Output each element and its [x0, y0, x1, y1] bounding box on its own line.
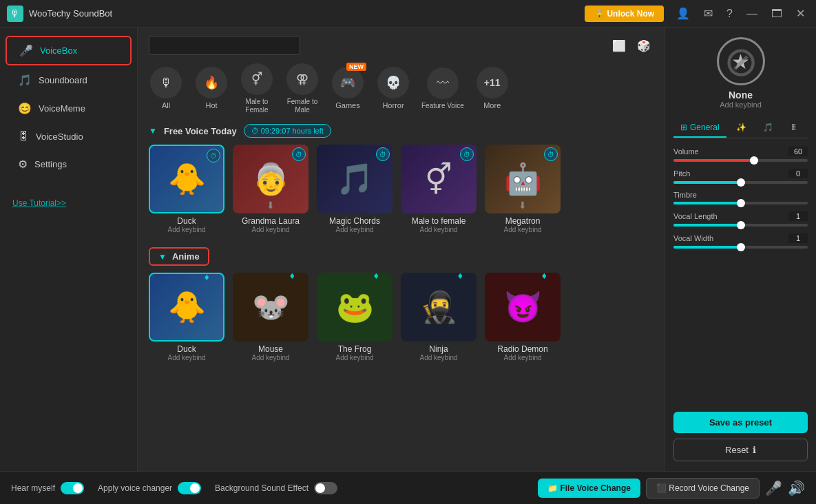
- duck-card-img: 🐥 ⏱: [149, 145, 224, 213]
- unlock-button[interactable]: 🔒 Unlock Now: [585, 6, 664, 22]
- gender-name: Male to female: [401, 216, 477, 226]
- voice-card-gender[interactable]: ⚥ ⏱ Male to female Add keybind: [401, 145, 477, 233]
- voice-card-mouse[interactable]: 🐭 ♦ Mouse Add keybind: [233, 273, 308, 361]
- minimize-button[interactable]: —: [742, 6, 762, 21]
- search-input[interactable]: [149, 36, 300, 55]
- app-logo: 🎙: [7, 6, 23, 22]
- duck-anime-keybind[interactable]: Add keybind: [149, 354, 224, 361]
- mic-icon[interactable]: 🎤: [765, 480, 782, 496]
- vocal-length-thumb: [737, 221, 745, 229]
- volume-label: Volume: [673, 147, 699, 156]
- diamond-badge-2: ♦: [290, 273, 295, 281]
- close-button[interactable]: ✕: [792, 6, 809, 21]
- tab-eq[interactable]: 🎚: [783, 118, 805, 138]
- radio-demon-keybind[interactable]: Add keybind: [485, 354, 561, 361]
- preset-keybind[interactable]: Add keybind: [720, 101, 762, 109]
- save-preset-button[interactable]: Save as preset: [673, 412, 808, 433]
- search-wrapper: 🔍: [149, 36, 300, 55]
- sidebar-item-voicebox[interactable]: 🎤 VoiceBox: [6, 36, 132, 65]
- hear-myself-toggle[interactable]: [61, 482, 84, 494]
- radio-demon-name: Radio Demon: [485, 344, 561, 354]
- cat-female-male-label: Female toMale: [287, 98, 317, 114]
- mouse-img: 🐭 ♦: [233, 273, 308, 342]
- main-layout: 🎤 VoiceBox 🎵 Soundboard 😊 VoiceMeme 🎛 Vo…: [0, 28, 816, 471]
- help-icon[interactable]: ?: [722, 6, 737, 21]
- timbre-fill: [673, 202, 741, 204]
- cat-feature[interactable]: 〰 Feature Voice: [421, 67, 464, 110]
- duck-free-keybind[interactable]: Add keybind: [149, 226, 224, 233]
- free-chevron[interactable]: ▼: [149, 126, 157, 136]
- cat-hot-label: Hot: [205, 101, 217, 110]
- mouse-keybind[interactable]: Add keybind: [233, 354, 308, 361]
- sidebar-label-voicememe: VoiceMeme: [39, 103, 85, 114]
- magic-keybind[interactable]: Add keybind: [317, 226, 393, 233]
- grandma-keybind[interactable]: Add keybind: [233, 226, 308, 233]
- download-icon: ⬇: [266, 200, 275, 211]
- cat-male-female[interactable]: ⚥ Male toFemale: [240, 63, 274, 114]
- dice-icon[interactable]: 🎲: [634, 38, 653, 54]
- frog-keybind[interactable]: Add keybind: [317, 354, 393, 361]
- maximize-button[interactable]: 🗖: [767, 6, 786, 21]
- tutorial-link[interactable]: Use Tutorial>>: [0, 191, 137, 215]
- sidebar-item-voicememe[interactable]: 😊 VoiceMeme: [6, 95, 132, 122]
- ninja-keybind[interactable]: Add keybind: [401, 354, 477, 361]
- cat-more[interactable]: +11 More: [475, 67, 510, 110]
- megatron-keybind[interactable]: Add keybind: [485, 226, 561, 233]
- pitch-label: Pitch: [673, 169, 690, 178]
- tab-filter[interactable]: ✨: [729, 118, 753, 138]
- cat-hot-icon: 🔥: [196, 67, 227, 98]
- bg-sound-group: Background Sound Effect: [215, 482, 337, 494]
- voice-card-megatron[interactable]: 🤖 ⏱ ⬇ Megatron Add keybind: [485, 145, 561, 233]
- file-voice-change-button[interactable]: 📁 File Voice Change: [538, 479, 640, 498]
- voice-card-magic[interactable]: 🎵 ⏱ Magic Chords Add keybind: [317, 145, 393, 233]
- record-voice-change-button[interactable]: ⬛ Record Voice Change: [646, 478, 760, 498]
- clock-badge-5: ⏱: [544, 147, 558, 161]
- mail-icon[interactable]: ✉: [700, 6, 717, 21]
- pitch-slider-row: Pitch 0: [673, 169, 808, 184]
- cat-games[interactable]: NEW 🎮 Games: [331, 67, 365, 110]
- voice-card-frog[interactable]: 🐸 ♦ The Frog Add keybind: [317, 273, 393, 361]
- grandma-card-img: 👵 ⏱ ⬇: [233, 145, 308, 213]
- anime-section-header: ▼ Anime: [149, 247, 653, 266]
- tab-music[interactable]: 🎵: [756, 118, 780, 138]
- timbre-thumb: [737, 199, 745, 207]
- apply-voice-toggle[interactable]: [178, 482, 201, 494]
- sidebar-item-voicestudio[interactable]: 🎛 VoiceStudio: [6, 123, 132, 149]
- voice-card-duck-free[interactable]: 🐥 ⏱ Duck Add keybind: [149, 145, 224, 233]
- cat-games-icon: 🎮: [332, 67, 364, 98]
- cat-all[interactable]: 🎙 All: [149, 67, 183, 110]
- speaker-icon[interactable]: 🔊: [788, 480, 805, 496]
- frog-img: 🐸 ♦: [317, 273, 393, 342]
- voice-card-radio-demon[interactable]: 😈 ♦ Radio Demon Add keybind: [485, 273, 561, 361]
- profile-icon[interactable]: 👤: [672, 6, 694, 21]
- bottombar: Hear myself Apply voice changer Backgrou…: [0, 471, 816, 504]
- content-area: 🔍 ⬜ 🎲 🎙 All 🔥 Hot ⚥ Male toFemale: [138, 28, 665, 471]
- bg-sound-toggle[interactable]: [314, 482, 337, 494]
- category-tabs: 🎙 All 🔥 Hot ⚥ Male toFemale ⚢ Female toM…: [149, 63, 653, 114]
- export-icon[interactable]: ⬜: [609, 38, 629, 54]
- reset-button[interactable]: Reset ℹ: [673, 439, 808, 461]
- magic-name: Magic Chords: [317, 216, 393, 226]
- general-grid-icon: ⊞: [680, 123, 687, 132]
- gender-keybind[interactable]: Add keybind: [401, 226, 477, 233]
- voice-card-ninja[interactable]: 🥷 ♦ Ninja Add keybind: [401, 273, 477, 361]
- sidebar-item-settings[interactable]: ⚙ Settings: [6, 151, 132, 178]
- bottom-right: 📁 File Voice Change ⬛ Record Voice Chang…: [538, 478, 805, 498]
- apply-voice-group: Apply voice changer: [98, 482, 201, 494]
- volume-value: 60: [788, 147, 808, 156]
- vocal-width-value: 1: [788, 233, 808, 243]
- voice-card-grandma[interactable]: 👵 ⏱ ⬇ Grandma Laura Add keybind: [233, 145, 308, 233]
- anime-chevron[interactable]: ▼: [158, 252, 167, 262]
- voice-card-duck-anime[interactable]: 🐥 ♦ Duck Add keybind: [149, 273, 224, 361]
- cat-hot[interactable]: 🔥 Hot: [194, 67, 229, 110]
- sidebar-item-soundboard[interactable]: 🎵 Soundboard: [6, 67, 132, 94]
- timer-badge: ⏱ 09:29:07 hours left: [244, 124, 331, 138]
- free-section-title: Free Voice Today: [164, 126, 237, 136]
- diamond-badge-1: ♦: [205, 273, 209, 282]
- new-badge: NEW: [346, 63, 366, 71]
- cat-female-male[interactable]: ⚢ Female toMale: [285, 63, 320, 114]
- pitch-fill: [673, 181, 741, 184]
- tab-general-label: General: [690, 123, 720, 132]
- tab-general[interactable]: ⊞ General: [673, 118, 726, 138]
- cat-horror[interactable]: 💀 Horror: [376, 67, 410, 110]
